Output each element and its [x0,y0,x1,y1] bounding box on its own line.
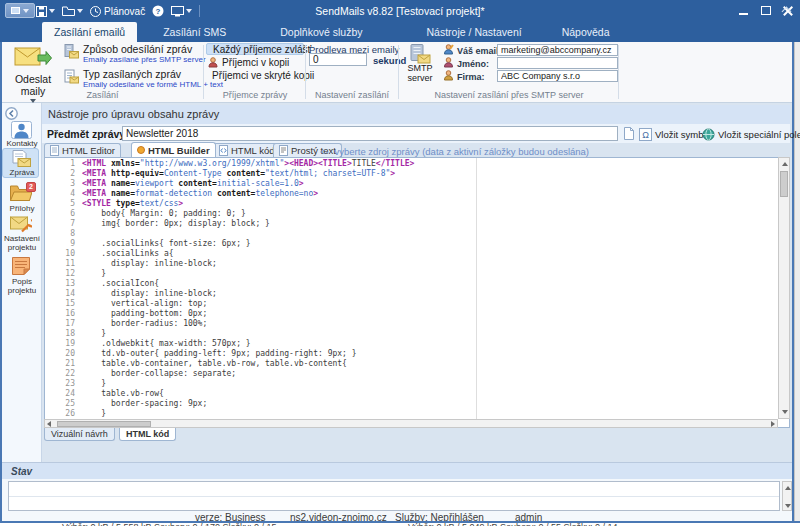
group-label-zasilani: Zasílání [2,90,203,100]
save-button[interactable] [36,6,55,17]
code-line: 19 .oldwebkit{ max-width: 570px; } [45,339,765,349]
ribbon: Odeslat maily Způsob odesílání zpráv Ema… [0,42,794,103]
page-icon [219,145,228,156]
code-line: 1<HTML xmlns="http://www.w3.org/1999/xht… [45,159,765,169]
screen-button[interactable] [171,6,192,17]
sidebar-item-prilohy[interactable]: Přílohy [2,204,42,213]
person-edit-icon [443,44,454,55]
your-email-input[interactable] [497,44,618,56]
vertical-scrollbar[interactable] [778,157,790,419]
scroll-down-icon[interactable] [782,410,788,414]
sending-method-subtitle: Emaily zasílané přes SMTP server [83,55,206,64]
sidebar-item-kontakty[interactable]: Kontakty [2,139,42,148]
scrollbar-thumb[interactable] [780,171,788,197]
scroll-right-icon[interactable] [771,421,775,427]
tab-html-kod[interactable]: HTML kód [213,143,280,157]
project-settings-icon[interactable] [10,216,32,233]
recipient-option-bcc[interactable]: Příjemci ve skryté kopii [206,69,304,81]
delay-input[interactable] [309,53,367,66]
code-line: 13 .socialIcon{ [45,279,765,289]
message-type-title: Typ zasílaných zpráv [83,69,223,80]
code-line: 26 } [45,409,765,419]
scrollbar-thumb[interactable] [57,421,151,428]
omega-icon: Ω [639,128,652,141]
title-bar: Plánovač ? SendMails v8.82 [Testovací pr… [0,0,800,22]
insert-special-field-label: Vložit speciální pole [718,129,800,140]
app-menu-button[interactable] [5,3,35,18]
message-icon[interactable] [12,150,31,167]
tab-zasilani-sms[interactable]: Zasílání SMS [151,22,238,42]
new-page-icon[interactable] [624,127,634,140]
sidebar-item-zprava[interactable]: Zpráva [2,168,42,177]
contacts-icon[interactable] [11,121,32,139]
tab-doplnkove-sluzby[interactable]: Doplňkové služby [268,22,374,42]
tab-zasilani-emailu[interactable]: Zasílání emailů [42,22,137,42]
insert-symbol-button[interactable]: Ω Vložit symbol [639,128,711,141]
attachments-badge: 2 [26,182,36,192]
app-menu-dropdown-icon [23,9,29,13]
scroll-up-icon[interactable] [785,486,791,490]
tab-nastroje-nastaveni[interactable]: Nástroje / Nastavení [415,22,534,42]
recipient-option-cc[interactable]: Příjemci v kopii [206,56,304,68]
message-type-icon [64,69,79,84]
sending-method-button[interactable]: Způsob odesílání zpráv Emaily zasílané p… [64,44,206,64]
code-line: 23 } [45,379,765,389]
ribbon-tab-row: Zasílání emailů Zasílání SMS Doplňkové s… [0,22,800,42]
group-divider [618,45,619,99]
code-line: 11 display: inline-block; [45,259,765,269]
open-folder-button[interactable] [62,6,83,16]
tab-napoveda[interactable]: Nápověda [550,22,622,42]
scroll-down-icon[interactable] [785,504,791,508]
company-label: Firma: [457,72,485,82]
company-input[interactable] [497,70,618,82]
back-icon[interactable] [5,107,18,120]
insert-special-field-button[interactable]: Vložit speciální pole [702,128,800,141]
background-strip [794,42,800,523]
project-description-icon[interactable] [12,257,30,275]
message-type-button[interactable]: Typ zasílaných zpráv Emaily odesílané ve… [64,69,223,89]
person-icon [208,57,218,68]
toolbar-separator [199,5,200,17]
status-panel-header: Stav [2,462,792,479]
tab-html-editor[interactable]: HTML Editor [44,143,121,157]
horizontal-scrollbar[interactable] [44,419,778,428]
tab-label: HTML Editor [62,145,115,156]
sidebar-item-popis-projektu-line2[interactable]: projektu [2,286,42,295]
planner-button[interactable]: Plánovač [90,6,145,17]
scroll-up-icon[interactable] [782,162,788,166]
bottom-tab-html-kod[interactable]: HTML kód [119,428,176,441]
name-input[interactable] [497,57,618,69]
code-editor[interactable]: 1<HTML xmlns="http://www.w3.org/1999/xht… [44,157,790,428]
scroll-left-icon[interactable] [47,421,51,427]
list-row-divider [9,496,779,497]
recipient-option-label: Příjemci v kopii [222,57,289,68]
open-dropdown-icon[interactable] [77,9,83,13]
subject-input[interactable] [122,126,618,141]
sidebar-item-nastaveni-projektu-line1[interactable]: Nastavení [2,234,42,243]
tab-html-builder[interactable]: HTML Builder [131,142,216,157]
save-dropdown-icon[interactable] [49,9,55,13]
person-icon [443,70,454,81]
smtp-server-icon [407,44,433,64]
minimize-button[interactable] [738,5,750,17]
bottom-tab-vizualni-navrh[interactable]: Vizuální návrh [44,428,115,441]
clock-icon [90,6,101,17]
code-line: 3<META name=viewport content=initial-sca… [45,179,765,189]
code-line: 7 img{ border: 0px; display: block; } [45,219,765,229]
maximize-button[interactable] [760,5,772,17]
status-list-scrollbar[interactable] [782,481,792,511]
svg-text:?: ? [156,7,161,16]
group-divider [398,45,399,99]
status-log-list[interactable] [8,481,780,511]
sidebar-item-nastaveni-projektu-line2[interactable]: projektu [2,243,42,252]
screen-dropdown-icon[interactable] [186,9,192,13]
sidebar-item-popis-projektu-line1[interactable]: Popis [2,277,42,286]
code-line: 6 body{ Margin: 0; padding: 0; } [45,209,765,219]
code-line: 25 border-spacing: 9px; [45,399,765,409]
tabs-hint: <-- vyberte zdroj zprávy (data z aktivní… [320,146,589,157]
code-line: 18 } [45,329,765,339]
recipient-option-each[interactable]: Každý příjemce zvlášť [206,43,304,55]
subject-label: Předmět zprávy: [47,128,129,140]
code-line: 14 display: inline-block; [45,289,765,299]
help-button[interactable]: ? [152,5,164,17]
